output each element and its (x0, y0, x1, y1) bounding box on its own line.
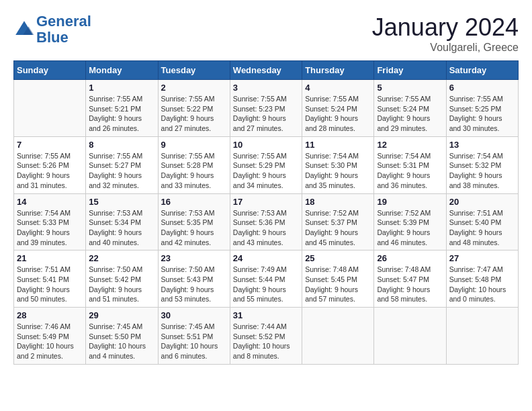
calendar-cell: 22 Sunrise: 7:50 AM Sunset: 5:42 PM Dayl… (86, 250, 158, 308)
sunrise-label: Sunrise: 7:55 AM (89, 152, 142, 160)
sunrise-label: Sunrise: 7:55 AM (449, 95, 503, 103)
sunset-label: Sunset: 5:39 PM (377, 218, 429, 226)
calendar-cell: 17 Sunrise: 7:53 AM Sunset: 5:36 PM Dayl… (230, 193, 302, 250)
day-info: Sunrise: 7:55 AM Sunset: 5:23 PM Dayligh… (233, 94, 299, 134)
calendar-cell: 15 Sunrise: 7:53 AM Sunset: 5:34 PM Dayl… (86, 193, 158, 250)
daylight-label: Daylight: 10 hours and 6 minutes. (161, 342, 218, 360)
sunrise-label: Sunrise: 7:52 AM (305, 209, 359, 217)
sunrise-label: Sunrise: 7:55 AM (161, 152, 215, 160)
sunrise-label: Sunrise: 7:49 AM (233, 265, 287, 273)
day-number: 28 (17, 310, 83, 320)
day-info: Sunrise: 7:49 AM Sunset: 5:44 PM Dayligh… (233, 265, 299, 304)
day-number: 2 (161, 83, 227, 93)
calendar-cell: 24 Sunrise: 7:49 AM Sunset: 5:44 PM Dayl… (230, 250, 302, 308)
day-info: Sunrise: 7:55 AM Sunset: 5:21 PM Dayligh… (89, 94, 154, 134)
sunset-label: Sunset: 5:29 PM (233, 161, 285, 169)
calendar-week-3: 21 Sunrise: 7:51 AM Sunset: 5:41 PM Dayl… (14, 250, 519, 308)
calendar-cell: 8 Sunrise: 7:55 AM Sunset: 5:27 PM Dayli… (86, 136, 158, 193)
sunset-label: Sunset: 5:49 PM (17, 332, 69, 340)
day-number: 16 (161, 197, 227, 207)
daylight-label: Daylight: 9 hours and 33 minutes. (161, 171, 214, 189)
daylight-label: Daylight: 9 hours and 39 minutes. (17, 228, 70, 246)
daylight-label: Daylight: 9 hours and 34 minutes. (233, 171, 286, 189)
daylight-label: Daylight: 9 hours and 42 minutes. (161, 228, 214, 246)
daylight-label: Daylight: 9 hours and 58 minutes. (377, 285, 430, 304)
calendar-cell: 14 Sunrise: 7:54 AM Sunset: 5:33 PM Dayl… (14, 193, 86, 250)
sunset-label: Sunset: 5:30 PM (305, 161, 357, 169)
sunrise-label: Sunrise: 7:48 AM (305, 265, 359, 273)
weekday-saturday: Saturday (446, 61, 518, 80)
day-info: Sunrise: 7:45 AM Sunset: 5:51 PM Dayligh… (161, 322, 227, 361)
sunset-label: Sunset: 5:26 PM (17, 161, 69, 169)
daylight-label: Daylight: 10 hours and 2 minutes. (17, 342, 74, 360)
calendar-week-1: 7 Sunrise: 7:55 AM Sunset: 5:26 PM Dayli… (14, 136, 519, 193)
daylight-label: Daylight: 9 hours and 57 minutes. (305, 285, 358, 304)
sunset-label: Sunset: 5:48 PM (449, 275, 502, 283)
day-number: 1 (89, 83, 154, 93)
weekday-thursday: Thursday (302, 61, 374, 80)
sunrise-label: Sunrise: 7:48 AM (377, 265, 431, 273)
day-number: 20 (449, 197, 515, 207)
sunrise-label: Sunrise: 7:55 AM (233, 152, 287, 160)
sunrise-label: Sunrise: 7:46 AM (17, 322, 71, 330)
day-number: 19 (377, 197, 443, 207)
day-info: Sunrise: 7:55 AM Sunset: 5:26 PM Dayligh… (17, 151, 83, 191)
sunrise-label: Sunrise: 7:44 AM (233, 322, 287, 330)
sunset-label: Sunset: 5:33 PM (17, 218, 69, 226)
sunset-label: Sunset: 5:27 PM (89, 161, 141, 169)
logo-text: General Blue (36, 13, 91, 46)
sunrise-label: Sunrise: 7:54 AM (449, 152, 503, 160)
day-info: Sunrise: 7:54 AM Sunset: 5:31 PM Dayligh… (377, 151, 443, 191)
day-info: Sunrise: 7:51 AM Sunset: 5:40 PM Dayligh… (449, 208, 515, 248)
daylight-label: Daylight: 9 hours and 31 minutes. (17, 171, 70, 189)
daylight-label: Daylight: 9 hours and 27 minutes. (233, 114, 286, 132)
calendar-week-2: 14 Sunrise: 7:54 AM Sunset: 5:33 PM Dayl… (14, 193, 519, 250)
sunrise-label: Sunrise: 7:55 AM (377, 95, 431, 103)
daylight-label: Daylight: 9 hours and 27 minutes. (161, 114, 214, 132)
weekday-sunday: Sunday (14, 61, 86, 80)
day-number: 21 (17, 253, 83, 263)
day-info: Sunrise: 7:53 AM Sunset: 5:36 PM Dayligh… (233, 208, 299, 248)
calendar-cell: 11 Sunrise: 7:54 AM Sunset: 5:30 PM Dayl… (302, 136, 374, 193)
day-info: Sunrise: 7:55 AM Sunset: 5:22 PM Dayligh… (161, 94, 227, 134)
day-info: Sunrise: 7:52 AM Sunset: 5:37 PM Dayligh… (305, 208, 371, 248)
calendar-cell: 10 Sunrise: 7:55 AM Sunset: 5:29 PM Dayl… (230, 136, 302, 193)
day-info: Sunrise: 7:55 AM Sunset: 5:24 PM Dayligh… (377, 94, 443, 134)
daylight-label: Daylight: 9 hours and 45 minutes. (305, 228, 358, 246)
calendar-cell: 25 Sunrise: 7:48 AM Sunset: 5:45 PM Dayl… (302, 250, 374, 308)
day-number: 13 (449, 140, 515, 150)
calendar-cell: 12 Sunrise: 7:54 AM Sunset: 5:31 PM Dayl… (374, 136, 446, 193)
calendar-cell (302, 308, 374, 365)
weekday-wednesday: Wednesday (230, 61, 302, 80)
day-number: 8 (89, 140, 154, 150)
daylight-label: Daylight: 9 hours and 36 minutes. (377, 171, 430, 189)
calendar-body: 1 Sunrise: 7:55 AM Sunset: 5:21 PM Dayli… (14, 80, 519, 365)
day-number: 10 (233, 140, 299, 150)
day-number: 22 (89, 253, 154, 263)
weekday-header-row: SundayMondayTuesdayWednesdayThursdayFrid… (14, 61, 519, 80)
day-number: 12 (377, 140, 443, 150)
sunset-label: Sunset: 5:52 PM (233, 332, 285, 340)
day-number: 6 (449, 83, 515, 93)
sunrise-label: Sunrise: 7:53 AM (233, 209, 287, 217)
calendar-week-4: 28 Sunrise: 7:46 AM Sunset: 5:49 PM Dayl… (14, 308, 519, 365)
daylight-label: Daylight: 10 hours and 0 minutes. (449, 285, 506, 304)
sunrise-label: Sunrise: 7:47 AM (449, 265, 503, 273)
sunset-label: Sunset: 5:22 PM (161, 105, 214, 113)
calendar-cell: 7 Sunrise: 7:55 AM Sunset: 5:26 PM Dayli… (14, 136, 86, 193)
day-number: 25 (305, 253, 371, 263)
sunrise-label: Sunrise: 7:51 AM (17, 265, 71, 273)
calendar-cell: 3 Sunrise: 7:55 AM Sunset: 5:23 PM Dayli… (230, 80, 302, 137)
calendar-cell: 2 Sunrise: 7:55 AM Sunset: 5:22 PM Dayli… (158, 80, 230, 137)
day-info: Sunrise: 7:50 AM Sunset: 5:43 PM Dayligh… (161, 265, 227, 304)
day-info: Sunrise: 7:50 AM Sunset: 5:42 PM Dayligh… (89, 265, 154, 304)
calendar-cell: 27 Sunrise: 7:47 AM Sunset: 5:48 PM Dayl… (446, 250, 518, 308)
daylight-label: Daylight: 9 hours and 40 minutes. (89, 228, 142, 246)
day-number: 3 (233, 83, 299, 93)
day-info: Sunrise: 7:55 AM Sunset: 5:28 PM Dayligh… (161, 151, 227, 191)
daylight-label: Daylight: 9 hours and 30 minutes. (449, 114, 502, 132)
sunset-label: Sunset: 5:43 PM (161, 275, 214, 283)
calendar-cell: 20 Sunrise: 7:51 AM Sunset: 5:40 PM Dayl… (446, 193, 518, 250)
sunset-label: Sunset: 5:24 PM (305, 105, 357, 113)
day-info: Sunrise: 7:54 AM Sunset: 5:33 PM Dayligh… (17, 208, 83, 248)
